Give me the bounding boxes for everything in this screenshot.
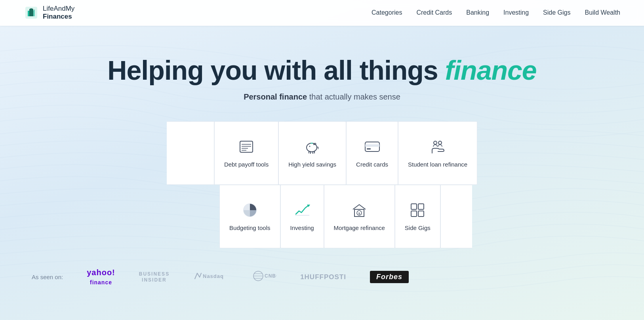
logo[interactable]: LifeAndMy Finances [24, 5, 74, 21]
svg-text:Nasdaq: Nasdaq [203, 273, 224, 279]
cards-wrapper: Debt payoff tools [0, 121, 644, 248]
nav-links: Categories Credit Cards Banking Investin… [372, 9, 620, 16]
press-logos: yahoo!finance BUSINESSINSIDER Nasdaq CNB… [87, 268, 409, 286]
svg-text:$: $ [358, 212, 360, 215]
nav-banking[interactable]: Banking [466, 9, 489, 16]
svg-rect-29 [411, 211, 417, 217]
logo-text: LifeAndMy Finances [43, 5, 74, 21]
svg-rect-4 [240, 141, 253, 152]
svg-rect-22 [295, 215, 309, 216]
card-credit-label: Credit cards [356, 161, 388, 168]
as-seen-label: As seen on: [32, 274, 63, 280]
savings-icon [304, 138, 321, 155]
partial-card-left [167, 121, 214, 185]
card-mortgage-label: Mortgage refinance [334, 224, 385, 231]
yahoo-logo: yahoo!finance [87, 268, 115, 286]
svg-rect-28 [418, 204, 424, 209]
svg-rect-27 [411, 204, 417, 209]
mortgage-icon: $ [351, 201, 368, 219]
svg-point-19 [434, 141, 437, 144]
card-investing[interactable]: Investing [280, 185, 324, 248]
budget-icon [241, 201, 259, 219]
nav-build-wealth[interactable]: Build Wealth [585, 9, 620, 16]
hero-content: Helping you with all things finance Pers… [0, 40, 644, 286]
partial-card-right [440, 185, 472, 248]
nasdaq-logo: Nasdaq [193, 272, 229, 282]
nav-side-gigs[interactable]: Side Gigs [543, 9, 570, 16]
svg-point-20 [438, 141, 442, 144]
nav-categories[interactable]: Categories [372, 9, 402, 16]
svg-rect-17 [365, 144, 379, 147]
card-high-yield-savings[interactable]: High yield savings [278, 121, 346, 185]
card-credit-cards[interactable]: Credit cards [346, 121, 398, 185]
hero-title-accent: finance [445, 55, 537, 85]
sidegigs-icon [409, 201, 426, 219]
svg-rect-30 [418, 211, 424, 217]
as-seen-section: As seen on: yahoo!finance BUSINESSINSIDE… [0, 256, 644, 286]
card-partial[interactable] [167, 121, 214, 185]
huffpost-logo: 1HUFFPOSTI [300, 273, 346, 281]
cards-row-2: Budgeting tools Investing [219, 185, 472, 248]
card-mortgage-refinance[interactable]: $ Mortgage refinance [324, 185, 395, 248]
card-budget-label: Budgeting tools [229, 224, 270, 231]
card-budgeting-tools[interactable]: Budgeting tools [219, 185, 280, 248]
student-icon [429, 138, 446, 155]
svg-rect-18 [367, 148, 371, 149]
hero-section: .wave { fill: none; stroke: #b8cfe8; str… [0, 0, 644, 320]
card-student-label: Student loan refinance [408, 161, 467, 168]
nav-credit-cards[interactable]: Credit Cards [416, 9, 452, 16]
card-investing-label: Investing [290, 224, 314, 231]
card-partial-right[interactable] [440, 185, 472, 248]
hero-title: Helping you with all things finance [0, 56, 644, 85]
cnbc-logo: CNBC [253, 270, 276, 284]
card-debt-label: Debt payoff tools [224, 161, 269, 168]
nasdaq-icon: Nasdaq [193, 272, 229, 280]
debt-icon [238, 138, 255, 155]
logo-icon [24, 5, 39, 20]
svg-point-10 [309, 146, 310, 147]
card-debt-payoff-tools[interactable]: Debt payoff tools [214, 121, 278, 185]
cnbc-icon: CNBC [253, 270, 276, 282]
card-savings-label: High yield savings [288, 161, 336, 168]
navigation: LifeAndMy Finances Categories Credit Car… [0, 0, 644, 26]
hero-subtitle: Personal finance that actually makes sen… [0, 92, 644, 102]
nav-investing[interactable]: Investing [503, 9, 529, 16]
forbes-logo: Forbes [370, 271, 409, 283]
business-insider-logo: BUSINESSINSIDER [139, 271, 170, 283]
card-side-gigs[interactable]: Side Gigs [395, 185, 440, 248]
card-student-loan-refinance[interactable]: Student loan refinance [398, 121, 477, 185]
investing-icon [293, 201, 311, 219]
cards-row-1: Debt payoff tools [167, 121, 477, 185]
credit-icon [364, 138, 381, 155]
svg-text:CNBC: CNBC [265, 273, 276, 279]
card-sidegigs-label: Side Gigs [405, 224, 431, 231]
